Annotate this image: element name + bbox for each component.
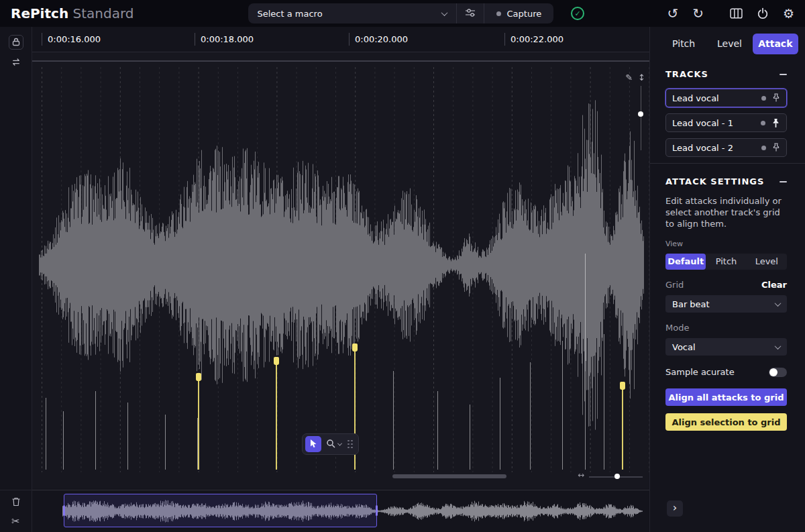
top-bar: RePitch Standard Select a macro Capture: [0, 0, 805, 27]
track-label: Lead vocal - 2: [672, 143, 733, 153]
selected-attack-marker[interactable]: [196, 373, 201, 470]
collapse-tracks-icon[interactable]: [780, 74, 787, 75]
macro-select-label: Select a macro: [258, 9, 323, 19]
capture-label: Capture: [507, 9, 542, 19]
grid-clear-button[interactable]: Clear: [761, 280, 787, 290]
attack-line[interactable]: [393, 371, 394, 470]
timeline-tick: 0:00:22.000: [504, 33, 564, 46]
track-row-lead-vocal-1[interactable]: Lead vocal - 1: [665, 113, 787, 132]
mode-select[interactable]: Vocal: [665, 338, 787, 356]
attack-line[interactable]: [530, 362, 531, 470]
macro-settings-button[interactable]: [457, 3, 484, 23]
attack-pin-head[interactable]: [196, 373, 201, 381]
macro-toolbar: Select a macro Capture ✓: [248, 3, 585, 23]
delete-button[interactable]: [11, 496, 20, 509]
vertical-zoom-knob[interactable]: [638, 111, 643, 117]
tab-pitch[interactable]: Pitch: [661, 34, 706, 54]
timeline-ruler[interactable]: 0:00:16.000 0:00:18.000 0:00:20.000 0:00…: [32, 27, 649, 52]
attack-settings-title: ATTACK SETTINGS: [665, 176, 764, 187]
trash-icon: [11, 496, 20, 509]
horizontal-resize-icon[interactable]: ↔: [578, 470, 584, 480]
pin-icon[interactable]: [772, 93, 780, 103]
collapse-attack-icon[interactable]: [780, 181, 787, 182]
power-icon[interactable]: [757, 7, 769, 19]
attack-line[interactable]: [562, 341, 563, 470]
grid-select[interactable]: Bar beat: [665, 295, 787, 313]
panel-body: TRACKS Lead vocal Lead vocal - 1: [650, 54, 805, 431]
chevron-down-icon: [337, 441, 342, 445]
toggle-knob: [769, 368, 777, 376]
pin-icon-filled[interactable]: [771, 118, 780, 128]
attack-line[interactable]: [470, 405, 470, 470]
selected-attack-marker[interactable]: [620, 382, 625, 470]
timeline-tick: 0:00:18.000: [195, 33, 254, 46]
chevron-down-icon: [775, 343, 782, 350]
loop-button[interactable]: [11, 56, 21, 69]
selection-left-handle[interactable]: [63, 505, 65, 516]
selection-right-handle[interactable]: [376, 505, 378, 516]
panel-expand-button[interactable]: ›: [667, 500, 683, 517]
align-selection-button[interactable]: Align selection to grid: [665, 413, 787, 431]
attack-pin-line: [276, 365, 277, 470]
attack-line[interactable]: [604, 334, 604, 470]
attack-pin-head[interactable]: [352, 343, 358, 352]
horizontal-scrollbar-thumb[interactable]: [392, 474, 506, 478]
attack-line[interactable]: [437, 391, 438, 470]
edit-wave-icon[interactable]: ✎: [625, 72, 633, 83]
attack-line[interactable]: [127, 403, 128, 470]
attack-line[interactable]: [95, 391, 96, 470]
sample-accurate-toggle[interactable]: [769, 368, 787, 377]
attack-line[interactable]: [165, 415, 166, 470]
undo-icon[interactable]: ↺: [667, 7, 678, 20]
capture-ok-icon: ✓: [571, 7, 584, 20]
chevron-down-icon: [775, 300, 782, 307]
redo-icon[interactable]: ↻: [692, 7, 704, 20]
overview-selection[interactable]: [64, 494, 377, 527]
vertical-zoom-slider[interactable]: [637, 86, 644, 150]
overview-strip[interactable]: [32, 490, 649, 532]
pin-icon[interactable]: [772, 143, 780, 152]
left-tool-rail: ✂: [0, 27, 32, 532]
panel-tabs: Pitch Level Attack: [650, 27, 805, 54]
tab-level[interactable]: Level: [706, 34, 752, 54]
wave-corner-tools: ✎ ↕: [625, 72, 645, 83]
view-option-default[interactable]: Default: [665, 254, 706, 270]
waveform-editor[interactable]: ✎ ↕ ↔: [32, 52, 649, 488]
attack-line[interactable]: [585, 254, 586, 470]
horizontal-zoom-slider[interactable]: [589, 474, 643, 479]
tab-attack[interactable]: Attack: [753, 34, 798, 54]
attack-pin-line: [622, 390, 623, 470]
timeline-tick: 0:00:20.000: [349, 33, 408, 46]
lock-button[interactable]: [9, 35, 23, 50]
capture-status-dot: [496, 11, 501, 16]
attack-line[interactable]: [500, 378, 500, 470]
capture-button[interactable]: Capture: [484, 3, 554, 23]
brand-name: RePitch: [11, 5, 68, 21]
grid-select-value: Bar beat: [672, 299, 710, 309]
macro-group: Select a macro Capture: [248, 3, 554, 23]
track-row-lead-vocal-2[interactable]: Lead vocal - 2: [665, 138, 787, 157]
select-tool-button[interactable]: [305, 436, 321, 452]
view-option-pitch[interactable]: Pitch: [706, 254, 746, 270]
view-option-level[interactable]: Level: [747, 254, 787, 270]
layout-columns-icon[interactable]: [730, 8, 743, 19]
tracks-title: TRACKS: [665, 69, 708, 79]
edition-name: Standard: [73, 5, 134, 21]
attack-pin-head[interactable]: [620, 382, 625, 390]
attack-line[interactable]: [46, 398, 46, 470]
cut-button[interactable]: ✂: [11, 515, 20, 527]
attack-pin-head[interactable]: [274, 357, 279, 365]
track-status-dot: [761, 96, 766, 101]
section-divider: [650, 163, 805, 164]
attack-line[interactable]: [63, 411, 64, 470]
macro-select-dropdown[interactable]: Select a macro: [248, 3, 456, 23]
align-all-attacks-button[interactable]: Align all attacks to grid: [665, 388, 787, 406]
selected-attack-marker[interactable]: [274, 357, 279, 470]
attack-pin-line: [198, 381, 199, 470]
toolbar-drag-handle[interactable]: [347, 440, 353, 449]
horizontal-zoom-knob[interactable]: [614, 474, 620, 479]
track-row-lead-vocal[interactable]: Lead vocal: [665, 89, 787, 107]
zoom-tool-button[interactable]: [326, 438, 341, 451]
vertical-resize-icon[interactable]: ↕: [638, 72, 645, 83]
settings-gear-icon[interactable]: ⚙: [783, 7, 794, 20]
